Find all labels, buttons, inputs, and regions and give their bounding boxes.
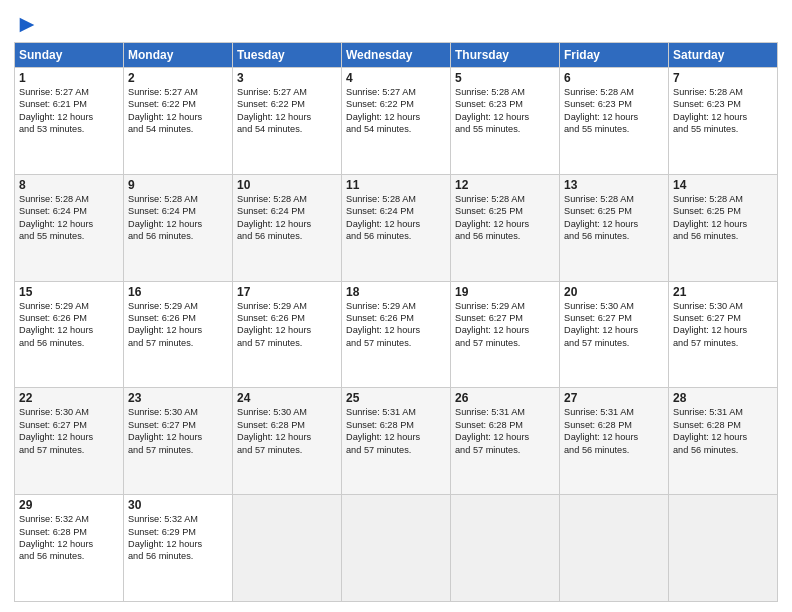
calendar-cell: 13Sunrise: 5:28 AM Sunset: 6:25 PM Dayli… (560, 174, 669, 281)
calendar-cell: 4Sunrise: 5:27 AM Sunset: 6:22 PM Daylig… (342, 68, 451, 175)
cell-info: Sunrise: 5:29 AM Sunset: 6:27 PM Dayligh… (455, 300, 555, 350)
cell-info: Sunrise: 5:27 AM Sunset: 6:21 PM Dayligh… (19, 86, 119, 136)
cell-info: Sunrise: 5:28 AM Sunset: 6:24 PM Dayligh… (346, 193, 446, 243)
calendar-cell (560, 495, 669, 602)
cell-info: Sunrise: 5:32 AM Sunset: 6:29 PM Dayligh… (128, 513, 228, 563)
calendar-cell: 2Sunrise: 5:27 AM Sunset: 6:22 PM Daylig… (124, 68, 233, 175)
cell-info: Sunrise: 5:31 AM Sunset: 6:28 PM Dayligh… (346, 406, 446, 456)
calendar-cell: 5Sunrise: 5:28 AM Sunset: 6:23 PM Daylig… (451, 68, 560, 175)
calendar-cell: 10Sunrise: 5:28 AM Sunset: 6:24 PM Dayli… (233, 174, 342, 281)
cell-date: 27 (564, 391, 664, 405)
cell-info: Sunrise: 5:29 AM Sunset: 6:26 PM Dayligh… (128, 300, 228, 350)
cell-info: Sunrise: 5:27 AM Sunset: 6:22 PM Dayligh… (128, 86, 228, 136)
day-header-sunday: Sunday (15, 43, 124, 68)
cell-date: 30 (128, 498, 228, 512)
cell-info: Sunrise: 5:30 AM Sunset: 6:27 PM Dayligh… (128, 406, 228, 456)
cell-info: Sunrise: 5:30 AM Sunset: 6:27 PM Dayligh… (19, 406, 119, 456)
calendar-cell (233, 495, 342, 602)
calendar-table: SundayMondayTuesdayWednesdayThursdayFrid… (14, 42, 778, 602)
calendar-cell: 12Sunrise: 5:28 AM Sunset: 6:25 PM Dayli… (451, 174, 560, 281)
cell-date: 6 (564, 71, 664, 85)
day-header-thursday: Thursday (451, 43, 560, 68)
cell-date: 24 (237, 391, 337, 405)
cell-date: 7 (673, 71, 773, 85)
calendar-cell: 16Sunrise: 5:29 AM Sunset: 6:26 PM Dayli… (124, 281, 233, 388)
cell-date: 9 (128, 178, 228, 192)
cell-date: 20 (564, 285, 664, 299)
cell-date: 16 (128, 285, 228, 299)
calendar-cell: 30Sunrise: 5:32 AM Sunset: 6:29 PM Dayli… (124, 495, 233, 602)
calendar-cell (669, 495, 778, 602)
cell-info: Sunrise: 5:30 AM Sunset: 6:28 PM Dayligh… (237, 406, 337, 456)
cell-info: Sunrise: 5:28 AM Sunset: 6:24 PM Dayligh… (128, 193, 228, 243)
calendar-cell: 24Sunrise: 5:30 AM Sunset: 6:28 PM Dayli… (233, 388, 342, 495)
calendar-cell: 20Sunrise: 5:30 AM Sunset: 6:27 PM Dayli… (560, 281, 669, 388)
calendar-cell: 19Sunrise: 5:29 AM Sunset: 6:27 PM Dayli… (451, 281, 560, 388)
cell-date: 5 (455, 71, 555, 85)
day-header-wednesday: Wednesday (342, 43, 451, 68)
cell-info: Sunrise: 5:32 AM Sunset: 6:28 PM Dayligh… (19, 513, 119, 563)
calendar-cell: 1Sunrise: 5:27 AM Sunset: 6:21 PM Daylig… (15, 68, 124, 175)
calendar-cell: 9Sunrise: 5:28 AM Sunset: 6:24 PM Daylig… (124, 174, 233, 281)
cell-date: 26 (455, 391, 555, 405)
cell-info: Sunrise: 5:31 AM Sunset: 6:28 PM Dayligh… (455, 406, 555, 456)
calendar-cell (451, 495, 560, 602)
cell-info: Sunrise: 5:28 AM Sunset: 6:23 PM Dayligh… (564, 86, 664, 136)
cell-date: 19 (455, 285, 555, 299)
cell-date: 21 (673, 285, 773, 299)
cell-date: 2 (128, 71, 228, 85)
cell-info: Sunrise: 5:29 AM Sunset: 6:26 PM Dayligh… (346, 300, 446, 350)
cell-info: Sunrise: 5:30 AM Sunset: 6:27 PM Dayligh… (673, 300, 773, 350)
calendar-cell: 26Sunrise: 5:31 AM Sunset: 6:28 PM Dayli… (451, 388, 560, 495)
cell-info: Sunrise: 5:31 AM Sunset: 6:28 PM Dayligh… (564, 406, 664, 456)
cell-date: 28 (673, 391, 773, 405)
calendar-cell: 27Sunrise: 5:31 AM Sunset: 6:28 PM Dayli… (560, 388, 669, 495)
cell-date: 4 (346, 71, 446, 85)
calendar-cell: 6Sunrise: 5:28 AM Sunset: 6:23 PM Daylig… (560, 68, 669, 175)
cell-date: 25 (346, 391, 446, 405)
cell-info: Sunrise: 5:27 AM Sunset: 6:22 PM Dayligh… (346, 86, 446, 136)
cell-info: Sunrise: 5:28 AM Sunset: 6:23 PM Dayligh… (455, 86, 555, 136)
calendar-cell: 15Sunrise: 5:29 AM Sunset: 6:26 PM Dayli… (15, 281, 124, 388)
cell-date: 15 (19, 285, 119, 299)
cell-date: 3 (237, 71, 337, 85)
calendar-cell: 22Sunrise: 5:30 AM Sunset: 6:27 PM Dayli… (15, 388, 124, 495)
calendar-cell: 18Sunrise: 5:29 AM Sunset: 6:26 PM Dayli… (342, 281, 451, 388)
cell-date: 8 (19, 178, 119, 192)
day-header-monday: Monday (124, 43, 233, 68)
calendar-cell: 25Sunrise: 5:31 AM Sunset: 6:28 PM Dayli… (342, 388, 451, 495)
logo-arrow-icon (16, 14, 38, 36)
calendar-cell: 14Sunrise: 5:28 AM Sunset: 6:25 PM Dayli… (669, 174, 778, 281)
cell-info: Sunrise: 5:28 AM Sunset: 6:25 PM Dayligh… (673, 193, 773, 243)
calendar-cell: 21Sunrise: 5:30 AM Sunset: 6:27 PM Dayli… (669, 281, 778, 388)
calendar-cell: 8Sunrise: 5:28 AM Sunset: 6:24 PM Daylig… (15, 174, 124, 281)
calendar-cell (342, 495, 451, 602)
cell-info: Sunrise: 5:28 AM Sunset: 6:24 PM Dayligh… (237, 193, 337, 243)
cell-info: Sunrise: 5:31 AM Sunset: 6:28 PM Dayligh… (673, 406, 773, 456)
page: SundayMondayTuesdayWednesdayThursdayFrid… (0, 0, 792, 612)
calendar-cell: 7Sunrise: 5:28 AM Sunset: 6:23 PM Daylig… (669, 68, 778, 175)
header (14, 10, 778, 36)
cell-info: Sunrise: 5:28 AM Sunset: 6:23 PM Dayligh… (673, 86, 773, 136)
calendar-cell: 17Sunrise: 5:29 AM Sunset: 6:26 PM Dayli… (233, 281, 342, 388)
cell-info: Sunrise: 5:27 AM Sunset: 6:22 PM Dayligh… (237, 86, 337, 136)
day-header-tuesday: Tuesday (233, 43, 342, 68)
cell-info: Sunrise: 5:29 AM Sunset: 6:26 PM Dayligh… (19, 300, 119, 350)
cell-info: Sunrise: 5:30 AM Sunset: 6:27 PM Dayligh… (564, 300, 664, 350)
svg-marker-0 (20, 18, 35, 33)
cell-info: Sunrise: 5:29 AM Sunset: 6:26 PM Dayligh… (237, 300, 337, 350)
cell-info: Sunrise: 5:28 AM Sunset: 6:25 PM Dayligh… (455, 193, 555, 243)
cell-info: Sunrise: 5:28 AM Sunset: 6:24 PM Dayligh… (19, 193, 119, 243)
cell-date: 11 (346, 178, 446, 192)
cell-date: 29 (19, 498, 119, 512)
day-header-saturday: Saturday (669, 43, 778, 68)
calendar-cell: 28Sunrise: 5:31 AM Sunset: 6:28 PM Dayli… (669, 388, 778, 495)
calendar-cell: 11Sunrise: 5:28 AM Sunset: 6:24 PM Dayli… (342, 174, 451, 281)
cell-date: 14 (673, 178, 773, 192)
cell-date: 13 (564, 178, 664, 192)
cell-date: 18 (346, 285, 446, 299)
calendar-cell: 29Sunrise: 5:32 AM Sunset: 6:28 PM Dayli… (15, 495, 124, 602)
cell-date: 1 (19, 71, 119, 85)
cell-date: 22 (19, 391, 119, 405)
logo (14, 14, 38, 36)
